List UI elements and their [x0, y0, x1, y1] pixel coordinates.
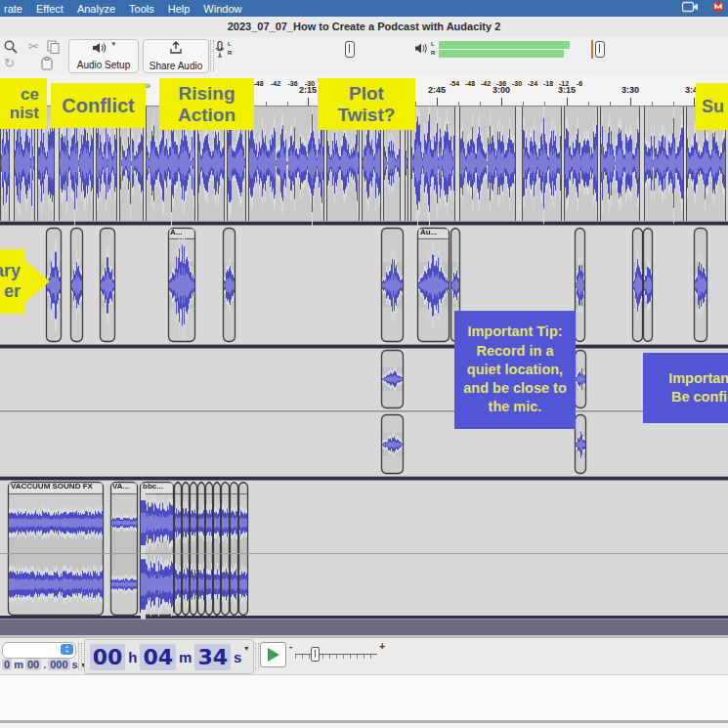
meter-scale-label: -36: [496, 80, 506, 87]
record-meter-channel-l: L: [228, 41, 232, 47]
time-unit: s: [234, 649, 241, 665]
menu-item-effect[interactable]: Effect: [36, 3, 64, 15]
arrow-label: aryer: [0, 249, 24, 314]
audacity-window: rateEffectAnalyzeToolsHelpWindow 2023_07…: [0, 0, 728, 728]
label-summary: Su: [696, 83, 728, 130]
play-icon: [268, 648, 279, 662]
ruler-major-tick: [567, 98, 568, 106]
share-audio-label: Share Audio: [144, 61, 208, 71]
record-meter-channel-r: R: [228, 50, 232, 56]
speed-plus-label: +: [379, 641, 385, 652]
selection-digit[interactable]: .: [43, 659, 46, 670]
toolbar-grip[interactable]: [210, 40, 214, 71]
toolbar-grip[interactable]: [78, 643, 82, 670]
redo-icon[interactable]: ↻: [4, 57, 15, 69]
time-digits[interactable]: 34: [194, 644, 231, 670]
selection-digit[interactable]: m: [14, 659, 23, 670]
playback-level-right: [439, 50, 564, 58]
label-line: Action: [178, 105, 236, 125]
ruler-minor-tick: [287, 102, 288, 106]
playback-meter-slider[interactable]: [595, 41, 605, 58]
play-at-speed-button[interactable]: [260, 642, 286, 667]
meter-scale-label: -36: [287, 80, 297, 87]
zoom-tool-icon[interactable]: [4, 40, 18, 54]
time-unit: h: [128, 649, 137, 665]
menubar-status-icons: [682, 1, 724, 13]
meter-scale-label: -48: [253, 80, 263, 87]
selection-digit[interactable]: 00: [25, 659, 41, 670]
video-camera-icon[interactable]: [682, 1, 699, 13]
chevron-down-icon: ▾: [111, 40, 115, 47]
playback-speed-slider[interactable]: - +: [289, 644, 385, 664]
speed-minus-label: -: [289, 641, 292, 652]
ruler-major-tick: [437, 98, 438, 106]
time-digits[interactable]: 04: [140, 644, 176, 670]
title-bar[interactable]: 2023_07_07_How to Create a Podcast with …: [0, 17, 728, 38]
meter-scale-label: -24: [528, 80, 537, 87]
slider-ticks: [295, 655, 377, 659]
transport-bar: ▲▼ 0m00.000s▼ 00h04m34s▾ - +: [0, 637, 728, 675]
ruler-minor-tick: [610, 102, 611, 106]
clip-name-label[interactable]: VA...: [112, 482, 136, 491]
selection-digit[interactable]: s: [72, 659, 78, 670]
window-title: 2023_07_07_How to Create a Podcast with …: [228, 21, 501, 32]
slider-handle[interactable]: [311, 647, 320, 662]
menu-item-tools[interactable]: Tools: [129, 3, 154, 15]
tip-record-quiet: Important Tip:Record in aquiet location,…: [454, 311, 576, 429]
menu-bar: rateEffectAnalyzeToolsHelpWindow: [0, 0, 728, 17]
label-intro: cenist: [0, 78, 47, 129]
microphone-icon[interactable]: [215, 41, 225, 58]
speaker-icon: [92, 42, 107, 54]
ruler-minor-tick: [652, 102, 653, 106]
selection-time-display[interactable]: 0m00.000s▼: [2, 659, 87, 670]
label-line: Rising: [178, 83, 235, 104]
selection-start-field[interactable]: ▲▼: [2, 642, 76, 659]
tracks-canvas[interactable]: [0, 106, 728, 637]
ruler-minor-tick: [266, 102, 267, 106]
ruler-minor-tick: [458, 102, 459, 106]
playback-peak-indicator: [591, 40, 593, 59]
clip-name-label[interactable]: VACCUUM SOUND FX: [11, 482, 104, 491]
cut-icon[interactable]: ✂: [28, 40, 39, 53]
clip-name-label[interactable]: A...: [170, 228, 193, 236]
audio-setup-button[interactable]: ▾ Audio Setup: [68, 39, 139, 73]
selection-digit[interactable]: 0: [2, 659, 12, 670]
window-bottom-pad: [0, 723, 728, 728]
meter-scale-label: -30: [512, 80, 522, 87]
ruler-minor-tick: [523, 102, 524, 106]
paste-icon[interactable]: [41, 57, 53, 70]
share-audio-button[interactable]: Share Audio: [143, 39, 209, 73]
label-line: Twist?: [338, 105, 396, 125]
label-line: Su: [702, 97, 724, 116]
tip-line: Important T: [643, 369, 728, 388]
menu-item-help[interactable]: Help: [168, 3, 191, 15]
toolbar-grip[interactable]: [255, 643, 259, 670]
label-plot-twist: PlotTwist?: [318, 78, 415, 130]
ruler-minor-tick: [673, 102, 674, 106]
selection-digit[interactable]: 000: [48, 659, 69, 670]
time-digits[interactable]: 00: [90, 644, 126, 670]
tip-line: Be confide: [643, 388, 728, 407]
stepper-control[interactable]: ▲▼: [61, 644, 73, 655]
label-line: Conflict: [62, 95, 134, 116]
label-line: nist: [10, 104, 39, 122]
meter-scale-label: -42: [481, 80, 491, 87]
ruler-minor-tick: [544, 102, 545, 106]
menu-item-analyze[interactable]: Analyze: [77, 3, 115, 15]
audio-position-display[interactable]: 00h04m34s▾: [84, 639, 254, 674]
menu-item-window[interactable]: Window: [203, 3, 241, 15]
playback-speaker-icon[interactable]: [414, 42, 429, 55]
label-line: er: [4, 281, 21, 302]
notification-badge-icon[interactable]: [712, 1, 724, 13]
copy-icon[interactable]: [47, 40, 60, 54]
audio-setup-label: Audio Setup: [69, 60, 138, 70]
record-meter-slider[interactable]: [345, 41, 355, 58]
clip-name-label[interactable]: bbc...: [143, 482, 172, 491]
tip-line: quiet location,: [454, 361, 576, 379]
upload-icon: [169, 41, 183, 55]
ruler-minor-tick: [588, 102, 589, 106]
clip-name-label[interactable]: Au...: [420, 228, 450, 236]
menu-item-rate[interactable]: rate: [4, 3, 22, 15]
dropdown-icon[interactable]: ▾: [244, 644, 248, 653]
label-line: ce: [21, 85, 39, 104]
